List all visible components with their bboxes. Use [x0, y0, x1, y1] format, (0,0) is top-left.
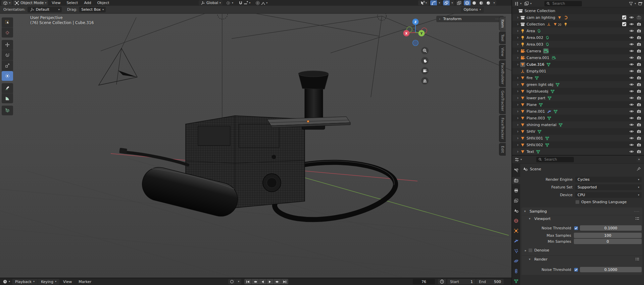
- disable-render-toggle[interactable]: [637, 15, 641, 20]
- outliner-row[interactable]: ›SHIV.002: [512, 141, 644, 148]
- disable-render-toggle[interactable]: [637, 89, 641, 94]
- frame-start-field[interactable]: Start 1: [447, 279, 476, 284]
- denoise-checkbox[interactable]: [528, 248, 533, 252]
- render-noise-threshold-checkbox[interactable]: [574, 268, 578, 272]
- snap-controls[interactable]: ▾: [237, 0, 252, 5]
- expand-arrow-icon[interactable]: ›: [515, 82, 520, 87]
- hide-viewport-toggle[interactable]: [629, 15, 634, 20]
- hide-viewport-toggle[interactable]: [629, 96, 634, 100]
- render-noise-threshold-field[interactable]: 0.1000: [580, 267, 642, 272]
- disable-render-toggle[interactable]: [637, 75, 641, 80]
- current-frame-field[interactable]: 76: [413, 279, 435, 284]
- hide-viewport-toggle[interactable]: [629, 55, 634, 60]
- expand-arrow-icon[interactable]: ›: [515, 96, 520, 100]
- xray-toggle[interactable]: [456, 0, 462, 5]
- menu-select[interactable]: Select: [63, 0, 81, 5]
- expand-arrow-icon[interactable]: ›: [515, 29, 520, 33]
- shading-material-preview-button[interactable]: [478, 0, 485, 5]
- properties-tab-world[interactable]: [512, 217, 520, 224]
- expand-arrow-icon[interactable]: ›: [515, 143, 520, 147]
- autokey-dropdown[interactable]: ▾: [236, 279, 241, 284]
- expand-arrow-icon[interactable]: ›: [515, 62, 520, 66]
- orientation-default-dropdown[interactable]: Default ▾: [28, 7, 62, 12]
- new-collection-button[interactable]: [638, 1, 643, 6]
- properties-editor-type-button[interactable]: ▾: [514, 157, 523, 162]
- render-subpanel-header[interactable]: ▾ Render: [522, 255, 642, 263]
- tab-edit[interactable]: Edit: [499, 143, 506, 156]
- render-engine-select[interactable]: Cycles ▾: [575, 177, 642, 182]
- hide-viewport-toggle[interactable]: [629, 136, 634, 140]
- menu-object[interactable]: Object: [94, 0, 112, 5]
- select-box-tool-button[interactable]: [2, 17, 13, 27]
- hide-viewport-toggle[interactable]: [629, 62, 634, 67]
- properties-options-dropdown[interactable]: ▾: [637, 157, 641, 162]
- shading-solid-button[interactable]: [471, 0, 478, 5]
- editor-type-button[interactable]: ▾: [1, 0, 12, 5]
- outliner-search[interactable]: [544, 1, 582, 6]
- move-tool-button[interactable]: [2, 40, 13, 50]
- outliner-editor-type-button[interactable]: ▾: [513, 1, 522, 6]
- display-m-dropdown[interactable]: ▾: [524, 1, 532, 6]
- jump-to-end-button[interactable]: [281, 279, 288, 284]
- play-button[interactable]: [266, 279, 274, 284]
- outliner-row[interactable]: ›Text: [512, 148, 644, 155]
- transform-panel-header[interactable]: › Transform ····: [436, 16, 504, 22]
- disable-render-toggle[interactable]: [637, 55, 641, 60]
- rotate-tool-button[interactable]: [2, 50, 13, 60]
- mode-dropdown[interactable]: Object Mode ▾: [13, 0, 48, 5]
- filter-dropdown[interactable]: ▾: [628, 1, 637, 6]
- collection-checkbox[interactable]: [622, 15, 627, 20]
- jump-to-start-button[interactable]: [244, 279, 251, 284]
- outliner-row[interactable]: ›Area.003: [512, 41, 644, 48]
- noise-threshold-field[interactable]: 0.1000: [580, 225, 642, 231]
- outliner-row[interactable]: ›Plane.001: [512, 108, 644, 115]
- cursor-tool-button[interactable]: [2, 28, 13, 38]
- properties-tab-output[interactable]: [512, 187, 520, 194]
- properties-search-input[interactable]: [544, 157, 572, 162]
- hide-viewport-toggle[interactable]: [629, 142, 634, 147]
- hide-viewport-toggle[interactable]: [629, 102, 634, 107]
- overlays-dropdown[interactable]: ▾: [450, 0, 454, 5]
- tab-item[interactable]: Item: [499, 17, 506, 31]
- expand-arrow-icon[interactable]: ›: [515, 103, 520, 107]
- properties-tab-scene[interactable]: [512, 207, 520, 214]
- gizmo-visibility-dropdown[interactable]: ▾: [418, 0, 429, 5]
- outliner-row[interactable]: ›lightblueobj: [512, 88, 644, 95]
- expand-arrow-icon[interactable]: ›: [515, 49, 520, 53]
- outliner-row[interactable]: ›Camera.001: [512, 54, 644, 61]
- outliner-row[interactable]: ›shining material: [512, 121, 644, 128]
- outliner-row[interactable]: ›SHIV: [512, 128, 644, 135]
- disable-render-toggle[interactable]: [637, 149, 641, 154]
- hide-viewport-toggle[interactable]: [629, 75, 634, 80]
- properties-tab-constraints[interactable]: [512, 268, 520, 275]
- hide-viewport-toggle[interactable]: [629, 82, 634, 87]
- feature-set-select[interactable]: Supported ▾: [575, 184, 642, 190]
- ortho-grid-button[interactable]: [421, 77, 429, 84]
- axis-z-ball[interactable]: Z: [412, 19, 419, 25]
- pivot-point-dropdown[interactable]: ▾: [224, 0, 235, 5]
- viewport-subpanel-header[interactable]: ▾ Viewport: [522, 215, 642, 222]
- collection-checkbox[interactable]: [622, 22, 627, 26]
- outliner-row[interactable]: ›Cube.316: [512, 61, 644, 68]
- measure-tool-button[interactable]: [2, 94, 13, 103]
- hide-viewport-toggle[interactable]: [629, 149, 634, 154]
- properties-tab-data[interactable]: [512, 278, 520, 285]
- hide-viewport-toggle[interactable]: [629, 122, 634, 127]
- disable-render-toggle[interactable]: [637, 136, 641, 140]
- use-preview-range-button[interactable]: [438, 279, 446, 284]
- axis-x-ball[interactable]: X: [403, 30, 410, 37]
- zoom-button[interactable]: [421, 47, 429, 54]
- disable-render-toggle[interactable]: [637, 22, 641, 26]
- outliner-row[interactable]: ›SHIV.001: [512, 135, 644, 141]
- outliner-search-input[interactable]: [552, 1, 580, 6]
- expand-arrow-icon[interactable]: ›: [515, 123, 520, 127]
- tab-geotracker[interactable]: GeoTracker: [499, 88, 506, 114]
- shading-rendered-button[interactable]: [485, 0, 492, 5]
- menu-view[interactable]: View: [49, 0, 63, 5]
- outliner-row[interactable]: ›cam an lighting: [512, 14, 644, 21]
- disable-render-toggle[interactable]: [637, 28, 641, 33]
- properties-search[interactable]: [536, 157, 574, 162]
- timeline-menu-playback[interactable]: Playback▾: [12, 279, 38, 285]
- disable-render-toggle[interactable]: [637, 62, 641, 67]
- outliner-row[interactable]: ›Plane.003: [512, 115, 644, 121]
